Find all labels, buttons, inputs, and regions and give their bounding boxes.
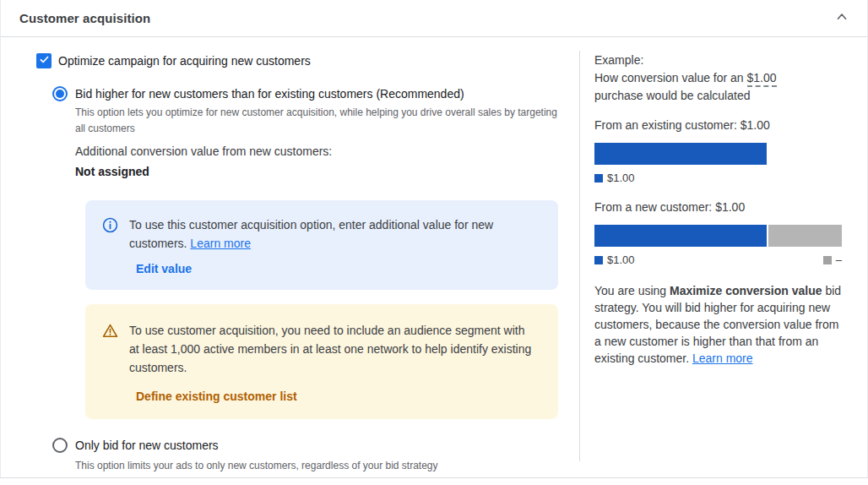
existing-customer-legend: $1.00: [594, 169, 842, 187]
gray-legend-swatch: [823, 256, 832, 264]
warning-box-text: To use customer acquisition, you need to…: [129, 321, 538, 377]
example-learn-more-link[interactable]: Learn more: [692, 351, 753, 365]
info-box: To use this customer acquisition option,…: [85, 200, 558, 290]
column-divider: [579, 51, 580, 461]
bid-higher-radio[interactable]: [52, 86, 68, 101]
example-footer-text: You are using Maximize conversion value …: [594, 282, 842, 367]
bid-higher-description: This option lets you optimize for new cu…: [75, 105, 565, 137]
new-customer-legend: $1.00 –: [594, 251, 842, 269]
chevron-up-icon: [834, 9, 849, 27]
example-subtitle: How conversion value for an $1.00 purcha…: [594, 69, 842, 105]
new-customer-bar: [594, 225, 842, 247]
warning-box: To use customer acquisition, you need to…: [85, 304, 558, 419]
existing-customer-bar: [594, 143, 842, 165]
blue-legend-swatch: [594, 256, 603, 264]
warning-icon: [102, 323, 118, 339]
customer-acquisition-panel: Customer acquisition Optimize campaign f…: [0, 0, 868, 478]
settings-column: Optimize campaign for acquiring new cust…: [1, 37, 579, 477]
panel-header: Customer acquisition: [1, 0, 867, 37]
checkmark-icon: [39, 53, 50, 68]
bid-higher-label[interactable]: Bid higher for new customers than for ex…: [75, 87, 464, 101]
only-new-customers-label[interactable]: Only bid for new customers: [75, 439, 219, 452]
info-icon: [102, 217, 118, 233]
existing-customer-label: From an existing customer: $1.00: [594, 117, 842, 134]
define-existing-customer-list-button[interactable]: Define existing customer list: [136, 390, 297, 403]
purchase-amount-tooltip-value: $1.00: [747, 71, 777, 87]
info-learn-more-link[interactable]: Learn more: [190, 237, 251, 250]
optimize-campaign-label[interactable]: Optimize campaign for acquiring new cust…: [58, 54, 311, 68]
example-title: Example:: [594, 52, 842, 69]
collapse-button[interactable]: [832, 8, 852, 29]
optimize-campaign-checkbox[interactable]: [36, 53, 52, 68]
blue-legend-swatch: [594, 174, 603, 183]
additional-value: Not assigned: [75, 165, 579, 178]
example-panel: Example: How conversion value for an $1.…: [579, 37, 867, 477]
only-new-customers-radio[interactable]: [52, 438, 68, 453]
additional-value-label: Additional conversion value from new cus…: [75, 144, 579, 158]
panel-title: Customer acquisition: [19, 11, 150, 25]
info-box-text: To use this customer acquisition option,…: [129, 218, 493, 250]
new-customer-label: From a new customer: $1.00: [594, 199, 842, 216]
edit-value-button[interactable]: Edit value: [136, 262, 192, 275]
only-new-customers-description: This option limits your ads to only new …: [75, 458, 565, 474]
